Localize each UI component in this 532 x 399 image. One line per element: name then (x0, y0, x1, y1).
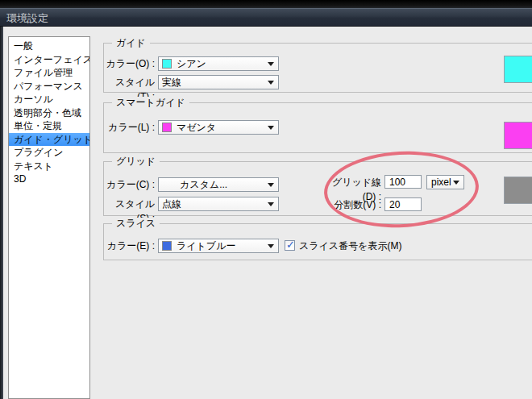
sidebar-item-performance[interactable]: パフォーマンス (9, 80, 89, 94)
sidebar-item-units-rulers[interactable]: 単位・定規 (9, 119, 89, 133)
guides-style-select[interactable]: 実線 (158, 75, 279, 89)
gridline-unit-value: pixel (431, 177, 451, 188)
sidebar-item-interface[interactable]: インターフェイス (9, 53, 89, 67)
slices-color-value: ライトブルー (177, 239, 235, 253)
sidebar-item-plugins[interactable]: プラグイン (9, 146, 89, 160)
grid-color-preview-swatch (504, 177, 532, 204)
chevron-down-icon (268, 244, 274, 248)
gridline-unit-select[interactable]: pixel (426, 175, 464, 189)
chevron-down-icon (268, 202, 274, 206)
sidebar-item-3d[interactable]: 3D (9, 172, 89, 186)
chevron-down-icon (268, 183, 274, 187)
grid-color-label: カラー(C) : (103, 177, 155, 192)
guides-style-label: スタイル(T) : (103, 75, 155, 89)
chevron-down-icon (268, 126, 274, 130)
smart-guides-group-legend: スマートガイド (112, 97, 189, 109)
chevron-down-icon (268, 81, 274, 85)
smart-guides-color-select[interactable]: マゼンタ (158, 120, 279, 135)
grid-style-select[interactable]: 点線 (158, 197, 279, 211)
slices-color-label: カラー(E) : (103, 239, 155, 253)
preferences-section-list: 一般 インターフェイス ファイル管理 パフォーマンス カーソル 透明部分・色域 … (8, 36, 90, 399)
cyan-color-swatch (162, 59, 172, 69)
show-slice-numbers-label[interactable]: スライス番号を表示(M) (299, 239, 401, 253)
grid-style-value: 点線 (162, 197, 181, 211)
chevron-down-icon (453, 181, 459, 185)
guides-color-preview-swatch (504, 56, 532, 83)
sidebar-item-general[interactable]: 一般 (9, 39, 89, 53)
smart-guides-color-value: マゼンタ (177, 121, 216, 135)
gridline-every-input[interactable] (384, 175, 422, 189)
slices-group-legend: スライス (112, 218, 160, 230)
grid-color-value: カスタム... (180, 178, 227, 192)
show-slice-numbers-checkbox[interactable] (285, 240, 295, 251)
guides-color-select[interactable]: シアン (158, 56, 279, 71)
guides-group-legend: ガイド (112, 37, 150, 49)
sidebar-item-file-handling[interactable]: ファイル管理 (9, 66, 89, 80)
window-frame-top (0, 0, 532, 8)
smart-guides-color-preview-swatch (504, 122, 532, 149)
sidebar-item-cursors[interactable]: カーソル (9, 93, 89, 106)
sidebar-item-guides-grid-slices[interactable]: ガイド・グリッド・スライス (9, 133, 89, 147)
grid-group-legend: グリッド (112, 156, 160, 168)
guides-style-value: 実線 (162, 76, 181, 89)
slices-color-select[interactable]: ライトブルー (158, 239, 279, 253)
sidebar-item-type[interactable]: テキスト (9, 160, 89, 173)
lightblue-color-swatch (162, 241, 172, 251)
grid-color-select[interactable]: カスタム... (158, 177, 279, 192)
magenta-color-swatch (162, 123, 172, 132)
window-frame-left (0, 27, 3, 399)
chevron-down-icon (268, 62, 274, 66)
guides-color-label: カラー(O) : (103, 56, 155, 71)
window-title: 環境設定 (6, 11, 48, 26)
guides-color-value: シアン (177, 57, 206, 71)
smart-guides-color-label: カラー(L) : (103, 120, 155, 135)
preferences-dialog: 環境設定 一般 インターフェイス ファイル管理 パフォーマンス カーソル 透明部… (0, 0, 532, 399)
titlebar[interactable]: 環境設定 (0, 8, 532, 27)
gridline-every-label: グリッド線(D) : (322, 175, 381, 189)
sidebar-item-transparency-gamut[interactable]: 透明部分・色域 (9, 106, 89, 120)
grid-style-label: スタイル(S) : (103, 197, 155, 211)
subdivisions-label: 分割数(V) : (322, 197, 381, 212)
subdivisions-input[interactable] (384, 197, 422, 211)
